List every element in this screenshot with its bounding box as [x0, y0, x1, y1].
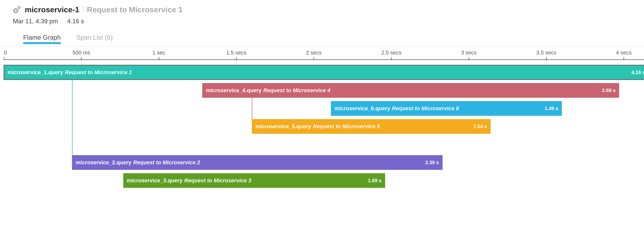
axis-tick: 500 ms	[72, 50, 90, 60]
span-operation: microservice_4.query	[206, 87, 262, 94]
span-connector	[252, 98, 252, 119]
svg-point-0	[14, 9, 18, 12]
axis-tick-label: 1.5 secs	[226, 50, 246, 56]
span-duration: 1.54 s	[473, 124, 487, 129]
span-bar-s1[interactable]: microservice_1.queryRequest to Microserv…	[4, 65, 644, 80]
axis-tick-label: 0	[4, 50, 7, 56]
span-bar-s5[interactable]: microservice_5.queryRequest to Microserv…	[252, 119, 490, 134]
axis-tick: 3.5 secs	[536, 50, 556, 60]
tab-span-list[interactable]: Span List (6)	[76, 34, 113, 44]
span-operation: microservice_6.query	[334, 105, 390, 112]
axis-tick-label: 4 secs	[616, 50, 632, 56]
span-description: Request to Microservice 5	[313, 123, 380, 130]
axis-tick: 4 secs	[616, 50, 632, 60]
tab-flame[interactable]: Flame Graph	[23, 34, 61, 44]
axis-tick-label: 2.5 secs	[381, 50, 401, 56]
request-title: Request to Microservice 1	[87, 5, 183, 14]
span-duration: 4.16 s	[632, 70, 644, 75]
time-axis: 0500 ms1 sec1.5 secs2 secs2.5 secs3 secs…	[4, 50, 644, 60]
span-bar-s2[interactable]: microservice_2.queryRequest to Microserv…	[72, 155, 442, 170]
span-duration: 2.69 s	[602, 88, 616, 93]
span-operation: microservice_5.query	[256, 123, 311, 130]
flame-graph: microservice_1.queryRequest to Microserv…	[4, 65, 644, 207]
axis-tick: 3 secs	[461, 50, 476, 60]
header-divider	[83, 6, 83, 14]
service-name: microservice-1	[25, 5, 79, 14]
span-description: Request to Microservice 1	[65, 69, 132, 76]
gears-icon	[13, 6, 21, 14]
axis-tick-label: 500 ms	[72, 50, 90, 56]
svg-line-8	[17, 9, 18, 10]
span-operation: microservice_1.query	[8, 69, 63, 76]
axis-tick-label: 3 secs	[461, 50, 476, 56]
svg-line-7	[14, 12, 14, 12]
svg-line-5	[14, 9, 14, 10]
span-bar-s4[interactable]: microservice_4.queryRequest to Microserv…	[202, 83, 619, 98]
axis-tick: 0	[4, 50, 7, 60]
span-description: Request to Microservice 3	[184, 178, 252, 184]
span-duration: 2.39 s	[425, 160, 439, 165]
span-bar-s6[interactable]: microservice_6.queryRequest to Microserv…	[331, 101, 562, 116]
axis-tick-label: 1 sec	[152, 50, 165, 56]
axis-tick: 1 sec	[152, 50, 165, 60]
span-bar-s3[interactable]: microservice_3.queryRequest to Microserv…	[123, 173, 385, 188]
span-description: Request to Microservice 6	[392, 105, 459, 112]
span-description: Request to Microservice 2	[133, 160, 200, 166]
trace-duration: 4.16 s	[67, 18, 84, 25]
axis-tick: 2 secs	[306, 50, 322, 60]
svg-line-6	[17, 12, 18, 12]
span-connector	[72, 80, 72, 155]
svg-point-9	[18, 6, 20, 9]
span-description: Request to Microservice 4	[263, 87, 330, 94]
trace-timestamp: Mar 11, 4:39 pm	[13, 18, 58, 25]
span-duration: 1.49 s	[544, 106, 558, 111]
axis-tick-label: 3.5 secs	[536, 50, 556, 56]
span-duration: 1.69 s	[368, 178, 382, 183]
axis-tick-label: 2 secs	[306, 50, 322, 56]
span-operation: microservice_2.query	[76, 160, 131, 166]
axis-tick: 1.5 secs	[226, 50, 246, 60]
axis-tick: 2.5 secs	[381, 50, 401, 60]
span-operation: microservice_3.query	[127, 178, 182, 184]
